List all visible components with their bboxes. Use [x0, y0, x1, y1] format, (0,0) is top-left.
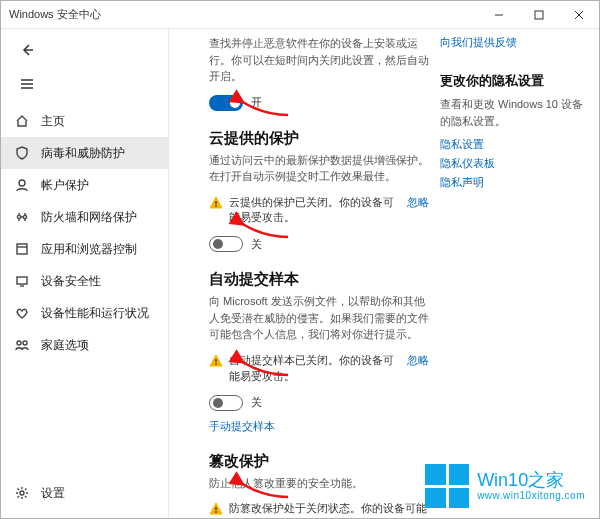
feedback-link[interactable]: 向我们提供反馈 — [440, 35, 585, 50]
toggle-label-off: 关 — [251, 395, 262, 410]
sidebar-item-firewall[interactable]: 防火墙和网络保护 — [1, 201, 168, 233]
home-icon — [13, 112, 31, 130]
maximize-button[interactable] — [519, 1, 559, 29]
tamper-warn-text: 防篡改保护处于关闭状态。你的设备可能易受攻击。 — [229, 501, 429, 518]
toggle-label-on: 开 — [251, 95, 262, 110]
privacy-desc: 查看和更改 Windows 10 设备的隐私设置。 — [440, 96, 585, 129]
menu-button[interactable] — [13, 71, 41, 97]
svg-rect-1 — [535, 11, 543, 19]
sample-desc: 向 Microsoft 发送示例文件，以帮助你和其他人免受潜在威胁的侵害。如果我… — [209, 293, 429, 343]
svg-rect-11 — [17, 244, 27, 254]
privacy-title: 更改你的隐私设置 — [440, 72, 585, 90]
realtime-toggle[interactable] — [209, 95, 243, 111]
back-button[interactable] — [13, 37, 41, 63]
privacy-dashboard-link[interactable]: 隐私仪表板 — [440, 156, 585, 171]
sidebar-item-settings[interactable]: 设置 — [13, 478, 168, 508]
manual-submit-link[interactable]: 手动提交样本 — [209, 420, 275, 432]
tamper-desc: 防止他人篡改重要的安全功能。 — [209, 475, 429, 492]
sidebar-item-account[interactable]: 帐户保护 — [1, 169, 168, 201]
account-icon — [13, 176, 31, 194]
svg-point-10 — [23, 215, 26, 218]
svg-point-23 — [215, 511, 217, 513]
svg-rect-13 — [17, 277, 27, 284]
privacy-statement-link[interactable]: 隐私声明 — [440, 175, 585, 190]
watermark-brand: Win10之家 — [477, 471, 585, 491]
sidebar-item-device-security[interactable]: 设备安全性 — [1, 265, 168, 297]
sidebar-item-label: 设备安全性 — [41, 273, 101, 290]
realtime-desc: 查找并停止恶意软件在你的设备上安装或运行。你可以在短时间内关闭此设置，然后自动开… — [209, 35, 429, 85]
sidebar-item-virus[interactable]: 病毒和威胁防护 — [1, 137, 168, 169]
cloud-desc: 通过访问云中的最新保护数据提供增强保护。在打开自动示例提交时工作效果最佳。 — [209, 152, 429, 185]
sidebar-item-label: 主页 — [41, 113, 65, 130]
device-security-icon — [13, 272, 31, 290]
sample-warn-text: 自动提交样本已关闭。你的设备可能易受攻击。 — [229, 353, 401, 385]
minimize-button[interactable] — [479, 1, 519, 29]
privacy-settings-link[interactable]: 隐私设置 — [440, 137, 585, 152]
warning-icon — [209, 502, 223, 516]
family-icon — [13, 336, 31, 354]
sidebar-item-label: 帐户保护 — [41, 177, 89, 194]
gear-icon — [13, 484, 31, 502]
sidebar-item-label: 设置 — [41, 485, 65, 502]
health-icon — [13, 304, 31, 322]
svg-point-9 — [17, 215, 20, 218]
cloud-title: 云提供的保护 — [209, 129, 429, 148]
sidebar-item-home[interactable]: 主页 — [1, 105, 168, 137]
cloud-dismiss-link[interactable]: 忽略 — [407, 195, 429, 227]
sidebar-item-family[interactable]: 家庭选项 — [1, 329, 168, 361]
close-button[interactable] — [559, 1, 599, 29]
svg-point-8 — [19, 180, 25, 186]
svg-point-15 — [17, 341, 21, 345]
sample-toggle[interactable] — [209, 395, 243, 411]
warning-icon — [209, 196, 223, 210]
cloud-warn-text: 云提供的保护已关闭。你的设备可能易受攻击。 — [229, 195, 401, 227]
sidebar-item-label: 病毒和威胁防护 — [41, 145, 125, 162]
cloud-toggle[interactable] — [209, 236, 243, 252]
sidebar-item-label: 家庭选项 — [41, 337, 89, 354]
warning-icon — [209, 354, 223, 368]
svg-point-19 — [215, 205, 217, 207]
firewall-icon — [13, 208, 31, 226]
svg-point-17 — [20, 491, 24, 495]
sample-title: 自动提交样本 — [209, 270, 429, 289]
shield-icon — [13, 144, 31, 162]
windows-logo-icon — [425, 464, 469, 508]
watermark-url: www.win10xitong.com — [477, 490, 585, 501]
sidebar-item-label: 设备性能和运行状况 — [41, 305, 149, 322]
watermark: Win10之家 www.win10xitong.com — [425, 464, 585, 508]
app-icon — [13, 240, 31, 258]
sidebar-item-device-health[interactable]: 设备性能和运行状况 — [1, 297, 168, 329]
svg-point-16 — [23, 341, 27, 345]
svg-point-21 — [215, 363, 217, 365]
sidebar-item-label: 应用和浏览器控制 — [41, 241, 137, 258]
tamper-title: 篡改保护 — [209, 452, 429, 471]
sample-dismiss-link[interactable]: 忽略 — [407, 353, 429, 385]
window-title: Windows 安全中心 — [9, 7, 101, 22]
toggle-label-off: 关 — [251, 237, 262, 252]
sidebar-item-app[interactable]: 应用和浏览器控制 — [1, 233, 168, 265]
sidebar-item-label: 防火墙和网络保护 — [41, 209, 137, 226]
